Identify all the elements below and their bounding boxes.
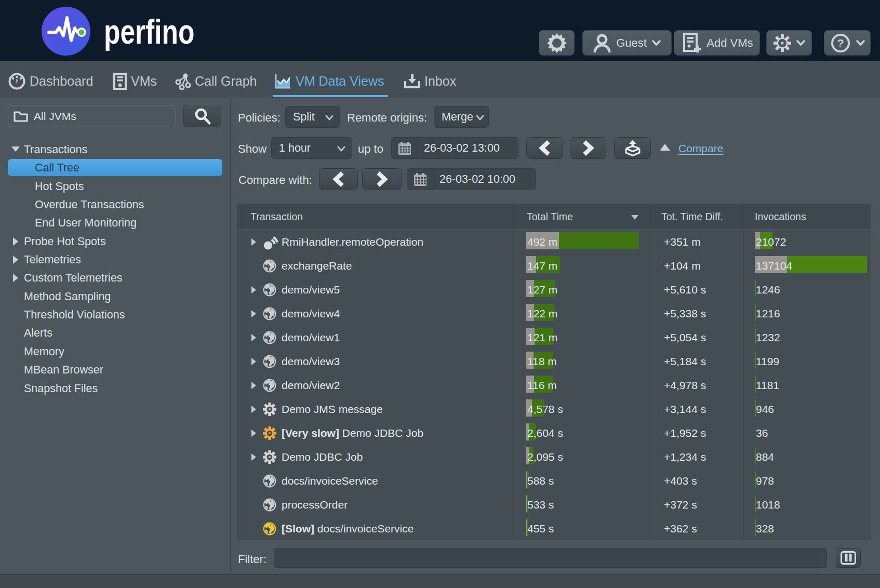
svg-text:?: ?	[837, 37, 844, 50]
